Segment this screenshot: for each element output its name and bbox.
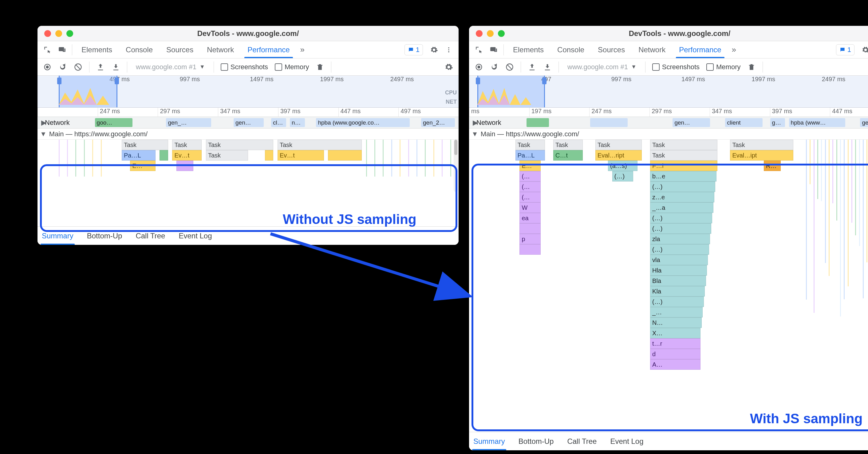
network-block[interactable]: gen_2… [421, 118, 455, 127]
selection-handle-right[interactable] [542, 78, 547, 84]
time-ruler[interactable]: ms 197 ms 247 ms 297 ms 347 ms 397 ms 44… [469, 108, 868, 117]
flame-frame[interactable]: Task [650, 150, 717, 161]
flame-frame[interactable]: W [520, 202, 541, 213]
download-icon[interactable] [109, 60, 123, 74]
inspect-icon[interactable] [40, 43, 54, 57]
reload-icon[interactable] [488, 60, 501, 74]
tab-console[interactable]: Console [551, 41, 590, 58]
main-thread-header[interactable]: ▼ Main — https://www.google.com/ [469, 129, 868, 140]
flame-frame[interactable]: C…t [553, 150, 583, 161]
flame-frame[interactable]: (… [520, 192, 541, 202]
tab-event-log[interactable]: Event Log [177, 227, 213, 245]
record-icon[interactable] [40, 60, 54, 74]
window-controls[interactable] [476, 30, 505, 37]
gc-icon[interactable] [745, 60, 758, 74]
zoom-icon[interactable] [498, 30, 505, 37]
screenshots-checkbox[interactable]: Screenshots [652, 63, 700, 71]
flame-frame[interactable]: R… [764, 161, 781, 171]
flame-frame[interactable]: (…) [650, 223, 711, 234]
flame-chart[interactable]: TaskPa…LE…(…(…(…WeapTaskC…tTaskEval…ript… [469, 140, 868, 432]
flame-frame[interactable]: Task [206, 150, 248, 161]
flame-frame[interactable]: b…e [650, 171, 716, 181]
tab-console[interactable]: Console [120, 41, 159, 58]
gear-icon[interactable] [427, 43, 441, 57]
flame-frame[interactable]: Task [516, 140, 545, 150]
network-twisty-icon[interactable]: ▶ [469, 119, 476, 127]
flame-frame[interactable]: (…) [612, 171, 633, 181]
tab-network[interactable]: Network [201, 41, 240, 58]
inspect-icon[interactable] [472, 43, 486, 57]
network-block[interactable] [527, 118, 549, 127]
flame-frame[interactable]: A… [650, 359, 701, 370]
flame-frame[interactable]: Task [122, 140, 168, 150]
flame-frame[interactable]: (…) [650, 244, 709, 255]
more-tabs-icon[interactable]: » [297, 45, 308, 54]
network-block[interactable]: gen… [673, 118, 710, 127]
selection-handle-left[interactable] [476, 78, 480, 84]
memory-checkbox[interactable]: Memory [275, 63, 309, 71]
flame-frame[interactable]: ea [520, 213, 541, 223]
close-icon[interactable] [44, 30, 51, 37]
network-block[interactable]: gen_… [166, 118, 211, 127]
flame-frame[interactable]: Task [553, 140, 583, 150]
flame-frame[interactable]: Ev…t [278, 150, 324, 161]
tab-bottom-up[interactable]: Bottom-Up [517, 432, 555, 450]
flame-frame[interactable]: Kla [650, 286, 705, 296]
device-icon[interactable] [487, 43, 500, 57]
reload-icon[interactable] [56, 60, 69, 74]
flame-frame[interactable] [177, 161, 193, 171]
upload-icon[interactable] [525, 60, 539, 74]
tab-call-tree[interactable]: Call Tree [566, 432, 598, 450]
recording-select[interactable]: www.google.com #1▼ [563, 63, 641, 71]
time-ruler[interactable]: 247 ms 297 ms 347 ms 397 ms 447 ms 497 m… [37, 108, 459, 117]
network-track[interactable]: ▶ Network gen…clientg…hpba (www…gen [469, 117, 868, 129]
flame-frame[interactable]: (…) [650, 213, 712, 223]
flame-frame[interactable]: X… [650, 328, 701, 338]
tab-elements[interactable]: Elements [75, 41, 118, 58]
tab-network[interactable]: Network [632, 41, 672, 58]
issues-badge[interactable]: 1 [404, 44, 423, 55]
flame-frame[interactable]: Task [172, 140, 202, 150]
flame-frame[interactable]: Task [206, 140, 273, 150]
flame-frame[interactable]: Pa…L [516, 150, 545, 161]
zoom-icon[interactable] [66, 30, 73, 37]
network-block[interactable]: goo… [95, 118, 132, 127]
flame-frame[interactable] [520, 223, 541, 234]
titlebar[interactable]: DevTools - www.google.com/ [37, 26, 459, 41]
screenshots-checkbox[interactable]: Screenshots [221, 63, 268, 71]
flame-frame[interactable]: vla [650, 255, 708, 265]
flame-frame[interactable]: Task [650, 140, 717, 150]
flame-frame[interactable]: Pa…L [122, 150, 156, 161]
flame-frame[interactable] [265, 150, 273, 161]
clear-icon[interactable] [71, 60, 85, 74]
device-icon[interactable] [55, 43, 69, 57]
flame-frame[interactable]: _…a [650, 202, 713, 213]
settings-icon[interactable] [442, 60, 456, 74]
tab-sources[interactable]: Sources [160, 41, 199, 58]
network-block[interactable]: cl… [271, 118, 286, 127]
flame-frame[interactable] [520, 244, 541, 255]
network-block[interactable]: gen… [234, 118, 264, 127]
minimize-icon[interactable] [55, 30, 62, 37]
flame-frame[interactable]: z…e [650, 192, 714, 202]
network-block[interactable]: n… [290, 118, 305, 127]
flame-frame[interactable]: zla [650, 234, 710, 244]
flame-frame[interactable]: _… [650, 307, 703, 317]
scrollbar-thumb[interactable] [454, 140, 457, 155]
close-icon[interactable] [476, 30, 483, 37]
selection-handle-right[interactable] [115, 78, 119, 84]
flame-frame[interactable]: Eval…ipt [730, 150, 793, 161]
tab-bottom-up[interactable]: Bottom-Up [86, 227, 124, 245]
network-track[interactable]: ▶ Network goo…gen_…gen…cl…n…hpba (www.go… [37, 117, 459, 129]
gear-icon[interactable] [859, 43, 868, 57]
overview-timeline[interactable]: 497 ms 997 ms 1497 ms 1997 ms 2497 ms CP… [37, 76, 459, 108]
flame-frame[interactable]: (… [520, 181, 541, 192]
minimize-icon[interactable] [487, 30, 494, 37]
tab-performance[interactable]: Performance [673, 41, 727, 58]
flame-frame[interactable]: (…) [650, 296, 704, 307]
main-twisty-icon[interactable]: ▼ [471, 130, 478, 138]
network-block[interactable] [590, 118, 628, 127]
flame-frame[interactable]: Hla [650, 265, 707, 276]
flame-frame[interactable]: t…r [650, 338, 701, 349]
flame-frame[interactable]: Task [730, 140, 793, 150]
